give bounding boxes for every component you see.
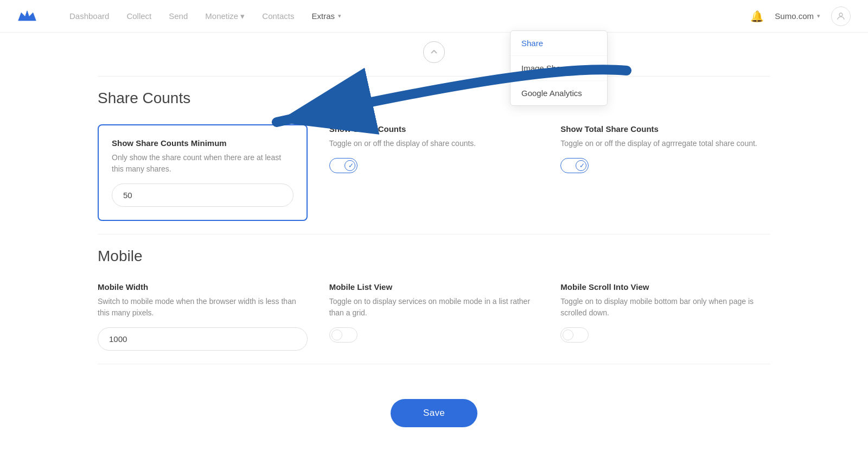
extras-chevron-icon: ▾ — [338, 12, 341, 20]
mobile-list-label: Mobile List View — [329, 282, 539, 292]
minimum-input[interactable] — [112, 183, 293, 207]
mobile-scroll-desc: Toggle on to display mobile bottom bar o… — [560, 296, 770, 319]
mobile-list-toggle-wrapper — [329, 327, 539, 343]
mobile-width-label: Mobile Width — [98, 282, 308, 292]
divider-top — [98, 76, 770, 77]
avatar[interactable] — [831, 7, 851, 26]
scroll-up-button[interactable] — [423, 41, 445, 63]
main-content: Share Counts Show Share Counts Minimum O… — [54, 33, 814, 444]
setting-mobile-scroll: Mobile Scroll Into View Toggle on to dis… — [560, 282, 770, 351]
mobile-grid: Mobile Width Switch to mobile mode when … — [98, 282, 770, 351]
highlighted-card: Show Share Counts Minimum Only show the … — [98, 124, 308, 221]
dropdown-share[interactable]: Share — [510, 31, 607, 56]
save-button[interactable]: Save — [391, 399, 477, 427]
mobile-title: Mobile — [98, 248, 770, 265]
extras-dropdown: Share Image Sharer Google Analytics — [510, 30, 608, 106]
share-counts-grid: Show Share Counts Minimum Only show the … — [98, 124, 770, 221]
dropdown-image-sharer[interactable]: Image Sharer — [510, 56, 607, 81]
save-row: Save — [98, 377, 770, 444]
navbar: Dashboard Collect Send Monetize ▾ Contac… — [0, 0, 868, 33]
setting-label-show-counts: Show Share Counts — [329, 124, 539, 134]
share-counts-section: Share Counts Show Share Counts Minimum O… — [98, 90, 770, 221]
dropdown-google-analytics[interactable]: Google Analytics — [510, 81, 607, 105]
bell-icon[interactable]: 🔔 — [750, 10, 764, 23]
nav-collect[interactable]: Collect — [126, 9, 151, 23]
setting-share-counts-minimum: Show Share Counts Minimum Only show the … — [98, 124, 308, 221]
show-counts-toggle[interactable]: ✓ — [329, 158, 358, 173]
setting-desc-total-counts: Toggle on or off the display of agrrrega… — [560, 138, 770, 149]
svg-point-0 — [839, 13, 843, 16]
scroll-up-area — [98, 33, 770, 63]
setting-label-minimum: Show Share Counts Minimum — [112, 138, 293, 148]
setting-desc-show-counts: Toggle on or off the display of share co… — [329, 138, 539, 149]
mobile-scroll-toggle[interactable] — [560, 327, 589, 343]
mobile-scroll-label: Mobile Scroll Into View — [560, 282, 770, 292]
setting-label-total-counts: Show Total Share Counts — [560, 124, 770, 134]
setting-mobile-width: Mobile Width Switch to mobile mode when … — [98, 282, 308, 351]
total-counts-toggle[interactable]: ✓ — [560, 158, 589, 173]
mobile-list-toggle[interactable] — [329, 327, 358, 343]
toggle-check-icon-2: ✓ — [579, 162, 585, 169]
mobile-section: Mobile Mobile Width Switch to mobile mod… — [98, 248, 770, 351]
setting-show-total-share-counts: Show Total Share Counts Toggle on or off… — [560, 124, 770, 221]
site-name: Sumo.com — [775, 11, 814, 21]
nav-monetize[interactable]: Monetize ▾ — [205, 9, 245, 23]
nav-extras[interactable]: Extras ▾ — [312, 9, 342, 23]
divider-middle — [98, 234, 770, 235]
site-selector[interactable]: Sumo.com ▾ — [775, 11, 820, 21]
share-counts-title: Share Counts — [98, 90, 770, 107]
toggle-knob-3 — [331, 330, 342, 340]
show-counts-toggle-wrapper: ✓ — [329, 158, 539, 173]
toggle-knob-4 — [563, 330, 573, 340]
total-counts-toggle-wrapper: ✓ — [560, 158, 770, 173]
nav-dashboard[interactable]: Dashboard — [69, 9, 109, 23]
logo[interactable] — [17, 8, 37, 25]
mobile-list-desc: Toggle on to display services on mobile … — [329, 296, 539, 319]
divider-bottom — [98, 364, 770, 364]
mobile-scroll-toggle-wrapper — [560, 327, 770, 343]
site-chevron-icon: ▾ — [817, 12, 820, 20]
setting-desc-minimum: Only show the share count when there are… — [112, 152, 293, 175]
monetize-chevron-icon: ▾ — [240, 11, 245, 21]
setting-mobile-list-view: Mobile List View Toggle on to display se… — [329, 282, 539, 351]
mobile-width-input[interactable] — [98, 327, 308, 351]
toggle-check-icon: ✓ — [348, 162, 354, 169]
nav-right: 🔔 Sumo.com ▾ — [750, 7, 851, 26]
mobile-width-desc: Switch to mobile mode when the browser w… — [98, 296, 308, 319]
nav-send[interactable]: Send — [169, 9, 188, 23]
nav-contacts[interactable]: Contacts — [262, 9, 294, 23]
nav-links: Dashboard Collect Send Monetize ▾ Contac… — [69, 9, 729, 23]
setting-show-share-counts: Show Share Counts Toggle on or off the d… — [329, 124, 539, 221]
